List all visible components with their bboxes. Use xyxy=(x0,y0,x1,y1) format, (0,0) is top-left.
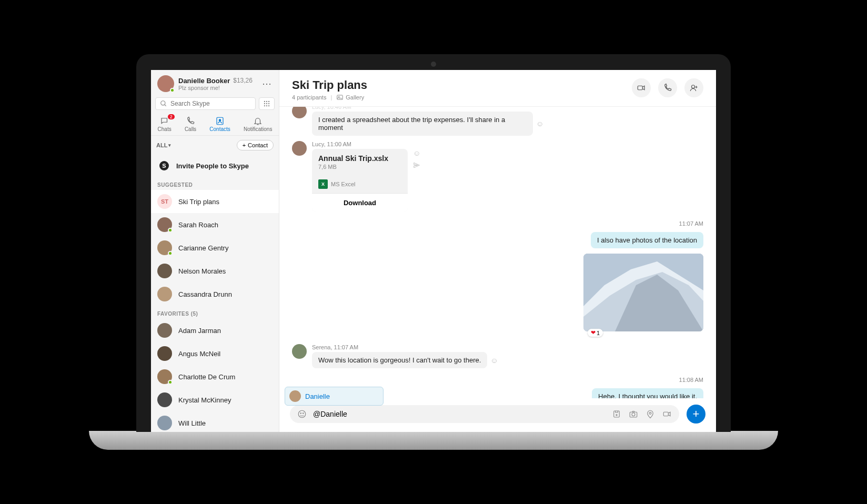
message: I also have photos of the location xyxy=(292,232,703,248)
avatar: ST xyxy=(157,194,172,209)
mention-suggestion[interactable]: Danielle xyxy=(285,387,384,406)
nav-tabs: 2 Chats Calls Contacts xyxy=(151,114,279,136)
photo-attachment[interactable] xyxy=(583,254,703,331)
location-icon[interactable] xyxy=(646,409,655,419)
avatar xyxy=(157,264,172,278)
search-field[interactable] xyxy=(155,97,256,110)
tab-notifications[interactable]: Notifications xyxy=(244,116,272,132)
add-contact-button[interactable]: + Contact xyxy=(237,140,274,150)
tab-label: Notifications xyxy=(244,126,272,132)
avatar xyxy=(157,287,172,301)
camera-icon[interactable] xyxy=(629,409,638,419)
msg-bubble[interactable]: Hehe, I thought you would like it. xyxy=(592,388,703,398)
chats-icon: 2 xyxy=(160,116,169,126)
contact-name: Angus McNeil xyxy=(178,350,220,358)
video-message-icon[interactable] xyxy=(662,409,672,419)
composer-area: Danielle + xyxy=(279,398,716,432)
audio-call-button[interactable] xyxy=(658,78,677,97)
contact-name: Adam Jarman xyxy=(178,327,221,335)
calls-icon xyxy=(186,116,195,126)
reaction-badge[interactable]: ❤ 1 xyxy=(588,329,603,337)
msg-bubble[interactable]: I also have photos of the location xyxy=(591,232,703,248)
svg-rect-28 xyxy=(663,412,668,416)
avatar xyxy=(157,416,172,430)
tab-label: Contacts xyxy=(209,126,230,132)
search-input[interactable] xyxy=(170,100,251,107)
tab-chats[interactable]: 2 Chats xyxy=(158,116,172,132)
contact-name: Carianne Gentry xyxy=(178,244,228,252)
chat-panel: Ski Trip plans 4 participants | Gallery xyxy=(279,70,716,432)
add-participant-button[interactable] xyxy=(684,78,703,97)
message: Serena, 11:07 AM Wow this location is go… xyxy=(292,344,703,368)
list-item[interactable]: Sarah Roach xyxy=(151,213,279,236)
react-icon[interactable]: ☺ xyxy=(536,119,543,128)
chat-header: Ski Trip plans 4 participants | Gallery xyxy=(279,70,716,107)
msg-bubble[interactable]: I created a spreadsheet about the trip e… xyxy=(312,112,533,136)
msg-bubble[interactable]: Wow this location is gorgeous! I can't w… xyxy=(312,352,487,368)
list-item[interactable]: Nelson Morales xyxy=(151,259,279,283)
skype-icon: S xyxy=(159,161,169,170)
profile-balance: $13,26 xyxy=(233,77,253,84)
messages-list[interactable]: Lucy, 10:46 AM I created a spreadsheet a… xyxy=(279,107,716,398)
sidebar: Danielle Booker $13,26 Plz sponsor me! ⋯ xyxy=(151,70,279,432)
tab-label: Calls xyxy=(185,126,196,132)
list-item[interactable]: Will Little xyxy=(151,411,279,432)
download-button[interactable]: Download xyxy=(312,193,408,212)
filter-all[interactable]: ALL ▾ xyxy=(156,142,171,148)
new-action-button[interactable]: + xyxy=(687,405,705,424)
svg-point-9 xyxy=(266,105,267,106)
profile-header[interactable]: Danielle Booker $13,26 Plz sponsor me! ⋯ xyxy=(151,70,279,97)
file-name: Annual Ski Trip.xslx xyxy=(318,154,401,163)
avatar xyxy=(292,141,307,156)
contact-name: Sarah Roach xyxy=(178,221,218,229)
contact-name: Krystal McKinney xyxy=(178,396,231,404)
invite-people[interactable]: S Invite People to Skype xyxy=(151,155,279,177)
react-icon[interactable]: ☺ xyxy=(413,149,420,157)
svg-point-12 xyxy=(219,119,221,122)
contact-name: Ski Trip plans xyxy=(178,198,219,206)
heart-icon: ❤ xyxy=(591,329,596,336)
list-item[interactable]: Carianne Gentry xyxy=(151,236,279,259)
more-icon[interactable]: ⋯ xyxy=(262,78,273,89)
avatar xyxy=(157,217,172,232)
msg-meta: Serena, 11:07 AM xyxy=(312,344,498,350)
mention-name: Danielle xyxy=(305,392,330,400)
forward-icon[interactable] xyxy=(413,162,420,169)
emoji-icon[interactable] xyxy=(297,409,307,419)
participants-count[interactable]: 4 participants xyxy=(292,94,326,100)
search-icon xyxy=(160,100,167,107)
profile-name: Danielle Booker xyxy=(178,77,230,85)
list-item[interactable]: ST Ski Trip plans xyxy=(151,190,279,213)
svg-point-21 xyxy=(298,410,306,418)
svg-point-4 xyxy=(268,101,269,102)
list-item[interactable]: Adam Jarman xyxy=(151,319,279,342)
video-call-button[interactable] xyxy=(632,78,651,97)
msg-meta: Lucy, 11:00 AM xyxy=(312,141,420,147)
timestamp: 11:07 AM xyxy=(292,220,703,227)
list-item[interactable]: Cassandra Drunn xyxy=(151,283,279,306)
message-composer[interactable] xyxy=(290,405,679,423)
svg-point-27 xyxy=(649,412,651,415)
avatar xyxy=(157,392,172,407)
react-icon[interactable]: ☺ xyxy=(490,356,498,365)
tab-contacts[interactable]: Contacts xyxy=(209,116,230,132)
list-item[interactable]: Charlotte De Crum xyxy=(151,365,279,388)
avatar xyxy=(157,323,172,338)
svg-point-26 xyxy=(632,413,635,416)
dialpad-button[interactable] xyxy=(259,97,275,110)
section-suggested: SUGGESTED xyxy=(151,177,279,190)
contact-name: Nelson Morales xyxy=(178,267,226,275)
list-item[interactable]: Angus McNeil xyxy=(151,342,279,365)
laptop-base xyxy=(89,431,778,450)
tab-calls[interactable]: Calls xyxy=(185,116,196,132)
gallery-link[interactable]: Gallery xyxy=(336,94,364,101)
chevron-down-icon: ▾ xyxy=(168,143,171,148)
message-input[interactable] xyxy=(313,410,606,418)
avatar xyxy=(292,344,307,359)
file-attachment[interactable]: Annual Ski Trip.xslx 7,6 MB X MS Excel D… xyxy=(312,149,408,212)
avatar xyxy=(157,369,172,384)
list-item[interactable]: Krystal McKinney xyxy=(151,388,279,411)
svg-point-16 xyxy=(692,85,695,88)
attach-file-icon[interactable] xyxy=(612,409,621,419)
message: Lucy, 11:00 AM Annual Ski Trip.xslx 7,6 … xyxy=(292,141,703,212)
